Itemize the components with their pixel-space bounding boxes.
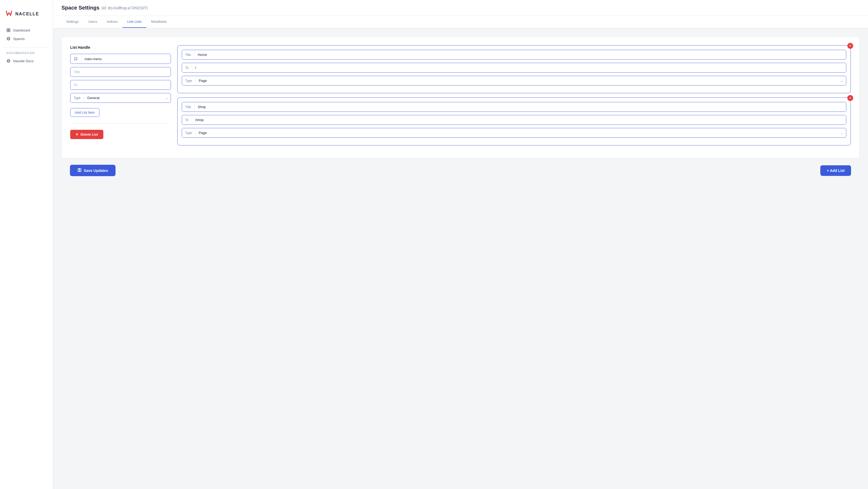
- tab-indices[interactable]: Indices: [102, 16, 122, 28]
- handle-input[interactable]: [81, 54, 170, 64]
- page-title: Space Settings: [61, 5, 99, 11]
- title-input[interactable]: [70, 67, 171, 77]
- item2-type-wrapper: Type Page General External ⌄: [182, 128, 846, 138]
- page-id: (id: dry-bullfrog-a7JIhlZS0T): [101, 6, 148, 10]
- sidebar-item-nacelle-docs[interactable]: Nacelle Docs: [3, 57, 50, 65]
- nacelle-docs-label: Nacelle Docs: [13, 59, 34, 63]
- item2-type-group: Type Page General External ⌄: [182, 128, 846, 138]
- item2-to-input[interactable]: [192, 115, 846, 125]
- list-handle-title: List Handle: [70, 45, 171, 50]
- tab-link-lists[interactable]: Link Lists: [122, 16, 146, 28]
- dashboard-icon: [6, 28, 10, 32]
- item1-to-wrapper: To: [182, 63, 846, 73]
- type-label: Type: [70, 94, 84, 102]
- handle-icon: [70, 54, 81, 64]
- item2-select-arrow-icon: ⌄: [838, 131, 846, 135]
- item1-title-label: Title: [182, 50, 194, 59]
- delete-x-icon: ✕: [75, 132, 79, 136]
- item2-to-wrapper: To: [182, 115, 846, 125]
- item2-title-wrapper: Title: [182, 102, 846, 112]
- bottom-bar: Save Updates + Add List: [61, 158, 860, 183]
- svg-rect-2: [7, 30, 8, 32]
- right-column: ✕ Title To: [177, 45, 851, 150]
- svg-rect-12: [74, 59, 75, 60]
- item1-select-arrow-icon: ⌄: [838, 79, 846, 83]
- type-select[interactable]: General Page External: [84, 93, 163, 102]
- item2-title-group: Title: [182, 102, 846, 112]
- nav-section: Dashboard Spaces: [0, 26, 53, 43]
- item1-to-label: To: [182, 63, 192, 72]
- spaces-label: Spaces: [13, 37, 25, 41]
- svg-rect-11: [76, 57, 78, 59]
- item1-title-group: Title: [182, 50, 846, 60]
- to-input-group: [70, 80, 171, 90]
- sidebar-item-spaces[interactable]: Spaces: [3, 34, 50, 43]
- item1-type-wrapper: Type Page General External ⌄: [182, 76, 846, 86]
- remove-item-1-button[interactable]: ✕: [847, 43, 853, 49]
- save-icon: [78, 168, 82, 173]
- type-select-wrapper: Type General Page External ⌄: [70, 93, 171, 103]
- title-input-group: [70, 67, 171, 77]
- docs-icon: [6, 59, 10, 63]
- left-column: List Handle: [70, 45, 171, 150]
- list-item-2: ✕ Title To: [177, 97, 851, 145]
- svg-rect-3: [9, 30, 10, 32]
- item1-to-group: To: [182, 63, 846, 73]
- tab-settings[interactable]: Settings: [61, 16, 84, 28]
- item2-to-label: To: [182, 116, 192, 125]
- remove-x-icon-2: ✕: [849, 96, 851, 100]
- item1-type-select[interactable]: Page General External: [195, 76, 838, 85]
- tab-metafields[interactable]: Metafields: [146, 16, 172, 28]
- svg-rect-13: [76, 59, 78, 60]
- item1-title-wrapper: Title: [182, 50, 846, 60]
- docs-section: Nacelle Docs: [0, 57, 53, 65]
- item1-title-input[interactable]: [194, 50, 846, 59]
- svg-rect-16: [79, 170, 81, 172]
- sidebar-item-dashboard[interactable]: Dashboard: [3, 26, 50, 34]
- item2-type-select[interactable]: Page General External: [195, 128, 838, 137]
- item1-type-group: Type Page General External ⌄: [182, 76, 846, 86]
- delete-list-label: Delete List: [81, 132, 98, 136]
- save-label: Save Updates: [84, 168, 108, 173]
- sidebar-divider: [3, 47, 50, 47]
- item1-type-label: Type: [182, 76, 195, 85]
- item2-type-label: Type: [182, 128, 195, 137]
- item2-title-label: Title: [182, 102, 194, 111]
- item2-to-group: To: [182, 115, 846, 125]
- tab-users[interactable]: Users: [84, 16, 102, 28]
- add-list-button[interactable]: + Add List: [820, 165, 851, 176]
- to-input[interactable]: [70, 80, 171, 90]
- form-divider: [70, 123, 171, 124]
- dashboard-label: Dashboard: [13, 28, 30, 32]
- logo-icon: [5, 9, 13, 19]
- type-select-group: Type General Page External ⌄: [70, 93, 171, 103]
- logo-area: NACELLE: [0, 5, 53, 26]
- spaces-icon: [6, 37, 10, 41]
- tabs-bar: Settings Users Indices Link Lists Metafi…: [53, 16, 868, 28]
- add-list-item-button[interactable]: Add List Item: [70, 108, 99, 117]
- remove-x-icon-1: ✕: [849, 44, 851, 48]
- svg-rect-15: [79, 168, 80, 170]
- handle-input-group: [70, 54, 171, 64]
- svg-rect-10: [74, 57, 75, 59]
- item2-title-input[interactable]: [194, 102, 846, 111]
- save-updates-button[interactable]: Save Updates: [70, 165, 116, 176]
- item1-to-input[interactable]: [192, 63, 846, 72]
- svg-rect-0: [7, 29, 8, 30]
- documentation-label: DOCUMENTATION: [0, 52, 53, 55]
- page-header: Space Settings (id: dry-bullfrog-a7JIhlZ…: [53, 0, 868, 16]
- remove-item-2-button[interactable]: ✕: [847, 95, 853, 101]
- sidebar: NACELLE Dashboard Spaces: [0, 0, 53, 489]
- logo-text: NACELLE: [16, 12, 39, 17]
- content-area: List Handle: [53, 28, 868, 191]
- delete-list-button[interactable]: ✕ Delete List: [70, 130, 103, 139]
- svg-rect-1: [9, 29, 10, 30]
- list-item-1: ✕ Title To: [177, 45, 851, 93]
- select-arrow-icon: ⌄: [163, 96, 170, 100]
- main-card: List Handle: [61, 37, 860, 158]
- main-content: Space Settings (id: dry-bullfrog-a7JIhlZ…: [53, 0, 868, 489]
- two-col-layout: List Handle: [70, 45, 851, 150]
